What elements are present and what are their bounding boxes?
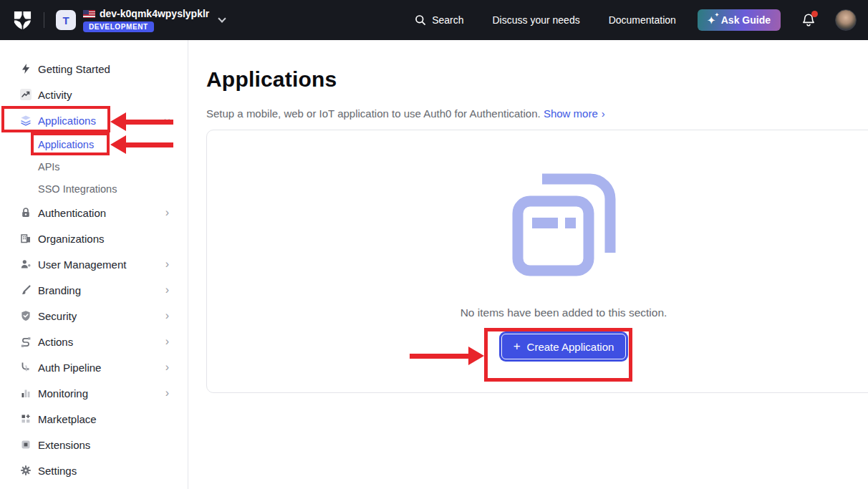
bar-chart-icon	[20, 387, 32, 399]
pipeline-icon	[20, 362, 32, 373]
sidebar-item-activity[interactable]: Activity	[0, 82, 188, 107]
discuss-your-needs-link[interactable]: Discuss your needs	[493, 14, 580, 26]
sidebar-item-label: Applications	[38, 115, 96, 127]
show-more-link[interactable]: Show more›	[544, 107, 605, 120]
sidebar-item-branding[interactable]: Branding ›	[0, 277, 188, 303]
shield-check-icon	[20, 310, 32, 321]
tenant-avatar: T	[56, 10, 76, 30]
page-subtitle: Setup a mobile, web or IoT application t…	[206, 107, 868, 120]
sidebar-item-applications[interactable]: Applications ›	[0, 107, 188, 133]
sidebar-item-organizations[interactable]: Organizations	[0, 226, 188, 251]
sidebar-item-label: Getting Started	[38, 63, 110, 75]
sidebar-item-label: Actions	[38, 336, 73, 348]
chevron-right-icon: ›	[165, 387, 169, 399]
activity-icon	[20, 89, 32, 100]
search-icon	[415, 14, 426, 26]
environment-badge: DEVELOPMENT	[83, 21, 154, 32]
marketplace-icon	[20, 413, 32, 425]
sidebar-navigation: Getting Started Activity Applications › …	[0, 40, 188, 489]
bolt-icon	[20, 63, 32, 74]
sidebar-subitem-applications[interactable]: Applications	[0, 133, 188, 155]
lock-icon	[20, 207, 32, 218]
organizations-icon	[20, 233, 32, 244]
main-content: Applications Setup a mobile, web or IoT …	[188, 40, 868, 489]
sidebar-item-label: Authentication	[38, 207, 106, 219]
sidebar-item-label: Auth Pipeline	[38, 362, 101, 374]
auth0-logo[interactable]	[13, 10, 32, 31]
sidebar-item-label: Monitoring	[38, 387, 88, 400]
search-button[interactable]: Search	[415, 14, 463, 26]
sidebar-item-label: Security	[38, 310, 77, 322]
sidebar-item-marketplace[interactable]: Marketplace	[0, 406, 188, 432]
empty-state-text: No items have been added to this section…	[460, 306, 667, 319]
sidebar-subitem-label: Applications	[38, 139, 94, 150]
notifications-button[interactable]	[801, 12, 816, 28]
sidebar-item-label: Branding	[38, 284, 81, 296]
subtitle-text: Setup a mobile, web or IoT application t…	[206, 107, 541, 120]
sidebar-item-settings[interactable]: Settings	[0, 457, 188, 483]
sidebar-item-security[interactable]: Security ›	[0, 303, 188, 329]
notification-dot	[811, 11, 818, 17]
sidebar-item-label: Extensions	[38, 439, 90, 451]
extensions-chip-icon	[20, 439, 32, 450]
sidebar-item-label: Organizations	[38, 233, 105, 245]
chevron-right-icon: ›	[602, 107, 605, 120]
paintbrush-icon	[20, 284, 32, 296]
create-application-button[interactable]: + Create Application	[499, 331, 628, 362]
page-title: Applications	[206, 67, 868, 92]
us-flag-icon	[83, 10, 95, 18]
create-application-label: Create Application	[527, 341, 614, 353]
sidebar-item-getting-started[interactable]: Getting Started	[0, 56, 188, 82]
chevron-right-icon: ›	[165, 284, 169, 296]
search-label: Search	[432, 14, 463, 26]
sidebar-item-label: User Management	[38, 258, 126, 271]
sidebar-item-user-management[interactable]: User Management ›	[0, 251, 188, 277]
chevron-right-icon: ›	[165, 258, 169, 270]
chevron-right-icon: ›	[165, 207, 169, 218]
documentation-link[interactable]: Documentation	[609, 14, 676, 26]
sidebar-item-label: Settings	[38, 465, 77, 477]
sidebar-item-actions[interactable]: Actions ›	[0, 329, 188, 354]
chevron-down-icon	[218, 14, 226, 22]
chevron-right-icon: ›	[165, 362, 169, 373]
sidebar-item-label: Marketplace	[38, 413, 97, 425]
gear-icon	[20, 465, 32, 476]
chevron-right-icon: ›	[165, 310, 169, 321]
sidebar-item-monitoring[interactable]: Monitoring ›	[0, 380, 188, 406]
tenant-switcher[interactable]: T dev-k0qmk4wpyslypklr DEVELOPMENT	[56, 8, 225, 32]
sidebar-subitem-label: APIs	[38, 161, 60, 173]
sparkles-icon: ✦	[708, 16, 715, 25]
tenant-name: dev-k0qmk4wpyslypklr	[100, 8, 209, 19]
sidebar-subitem-sso-integrations[interactable]: SSO Integrations	[0, 178, 188, 200]
sidebar-item-label: Activity	[38, 89, 72, 101]
top-navigation-bar: T dev-k0qmk4wpyslypklr DEVELOPMENT Searc…	[0, 0, 868, 40]
chevron-right-icon: ›	[165, 336, 169, 347]
sidebar-subitem-apis[interactable]: APIs	[0, 155, 188, 178]
ask-guide-label: Ask Guide	[721, 14, 771, 26]
user-gear-icon	[20, 258, 32, 270]
plus-icon: +	[513, 339, 521, 354]
empty-applications-illustration	[510, 172, 617, 278]
ask-guide-button[interactable]: ✦ Ask Guide	[698, 9, 781, 31]
sidebar-item-authentication[interactable]: Authentication ›	[0, 200, 188, 226]
sidebar-item-auth-pipeline[interactable]: Auth Pipeline ›	[0, 354, 188, 380]
sidebar-subitem-label: SSO Integrations	[38, 183, 117, 195]
applications-empty-card: No items have been added to this section…	[206, 130, 868, 393]
topbar-divider	[44, 12, 44, 28]
user-avatar[interactable]	[835, 9, 857, 31]
layers-icon	[20, 115, 32, 126]
actions-flow-icon	[20, 336, 32, 347]
caret-icon: ›	[161, 118, 173, 122]
sidebar-item-extensions[interactable]: Extensions	[0, 432, 188, 457]
